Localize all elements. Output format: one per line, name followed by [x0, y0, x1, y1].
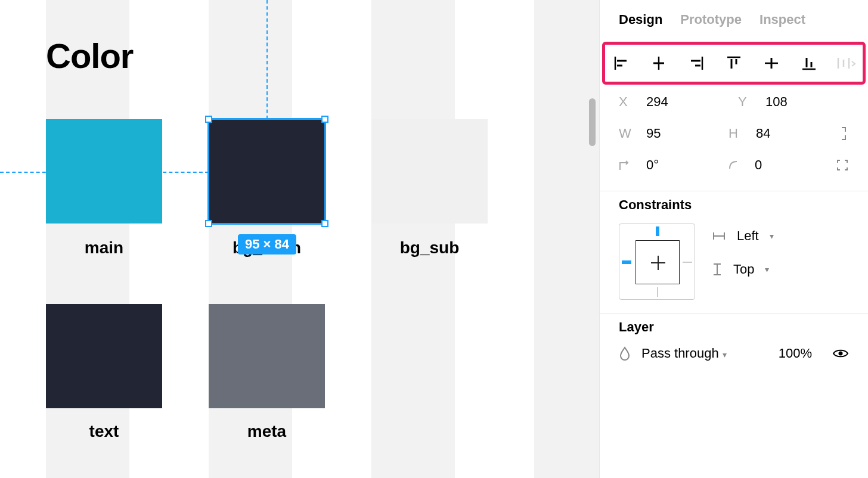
x-value[interactable]: 294 [646, 94, 668, 110]
canvas-area[interactable]: Color main bg_main 95 × 84 bg_sub text m… [0, 0, 599, 478]
alignment-toolbar-highlight [602, 42, 866, 85]
constraint-bottom-mark[interactable] [657, 287, 658, 297]
panel-tabs: Design Prototype Inspect [600, 0, 868, 42]
opacity-value[interactable]: 100% [779, 346, 812, 361]
properties-panel: Design Prototype Inspect X 294 [599, 0, 868, 478]
swatch-label-meta: meta [209, 422, 325, 441]
vertical-scrollbar[interactable] [589, 98, 596, 146]
swatch-main[interactable] [46, 119, 162, 224]
constraint-vertical-value: Top [733, 262, 754, 277]
h-value[interactable]: 84 [756, 126, 770, 141]
independent-corners-icon[interactable] [836, 159, 849, 172]
swatch-label-text: text [46, 422, 162, 441]
selection-handle-sw[interactable] [205, 220, 212, 227]
visibility-toggle-icon[interactable] [832, 347, 849, 359]
w-value[interactable]: 95 [646, 126, 661, 141]
rotation-radius-row: 0° 0 [619, 157, 849, 173]
constraints-widget[interactable] [619, 224, 695, 300]
rotation-icon [619, 159, 636, 171]
constraints-section: Constraints Left ▾ [600, 191, 868, 314]
position-xy-row: X 294 Y 108 [619, 94, 849, 110]
corner-radius-icon [727, 159, 744, 171]
horizontal-pin-icon [712, 231, 726, 241]
y-value[interactable]: 108 [765, 94, 788, 110]
distribute-icon[interactable] [836, 53, 857, 73]
swatch-meta[interactable] [209, 304, 325, 408]
y-label: Y [738, 94, 755, 110]
canvas-title: Color [46, 36, 133, 76]
vertical-pin-icon [712, 262, 723, 277]
swatch-box [209, 119, 325, 224]
align-top-icon[interactable] [724, 53, 744, 73]
chevron-down-icon: ▾ [765, 265, 769, 274]
selection-size-badge: 95 × 84 [238, 234, 296, 254]
radius-value[interactable]: 0 [755, 157, 762, 173]
constraint-vertical-select[interactable]: Top ▾ [712, 262, 774, 277]
position-section: X 294 Y 108 W 95 H 84 [600, 88, 868, 191]
swatch-bg-sub[interactable] [371, 119, 488, 224]
align-center-vertical-icon[interactable] [761, 53, 782, 73]
align-left-icon[interactable] [611, 53, 631, 73]
swatch-bg-main[interactable] [209, 119, 325, 224]
x-label: X [619, 94, 636, 110]
tab-inspect[interactable]: Inspect [760, 12, 805, 27]
align-center-horizontal-icon[interactable] [649, 53, 669, 73]
tab-prototype[interactable]: Prototype [680, 12, 742, 27]
layer-title: Layer [619, 319, 849, 335]
constraint-horizontal-value: Left [737, 228, 759, 244]
w-label: W [619, 126, 636, 141]
constraint-left-mark[interactable] [622, 260, 631, 264]
blend-mode-value: Pass through [641, 346, 719, 361]
chevron-down-icon: ▾ [723, 350, 727, 359]
constraints-title: Constraints [619, 197, 849, 213]
swatch-text[interactable] [46, 304, 162, 408]
blend-mode-icon [619, 346, 631, 361]
guide-vertical [266, 0, 268, 119]
constraint-horizontal-select[interactable]: Left ▾ [712, 228, 774, 244]
align-right-icon[interactable] [686, 53, 706, 73]
selection-handle-nw[interactable] [205, 116, 212, 123]
svg-point-25 [839, 352, 843, 356]
align-bottom-icon[interactable] [799, 53, 819, 73]
swatch-box [371, 119, 488, 224]
rotation-value[interactable]: 0° [646, 157, 659, 173]
constraint-inner-box [636, 240, 680, 284]
selection-handle-se[interactable] [321, 220, 328, 227]
layer-section: Layer Pass through ▾ 100% [600, 314, 868, 374]
constraint-right-mark[interactable] [683, 262, 692, 263]
size-wh-row: W 95 H 84 [619, 125, 849, 142]
selection-handle-ne[interactable] [321, 116, 328, 123]
constrain-proportions-icon[interactable] [838, 125, 849, 142]
swatch-label-main: main [46, 238, 162, 257]
constraint-top-mark[interactable] [656, 226, 659, 236]
blend-mode-select[interactable]: Pass through ▾ [641, 346, 727, 361]
swatch-box [209, 304, 325, 408]
h-label: H [728, 126, 745, 141]
column-guide [534, 0, 599, 478]
swatch-box [46, 119, 162, 224]
chevron-down-icon: ▾ [770, 231, 774, 241]
swatch-label-bg-sub: bg_sub [371, 238, 488, 257]
plus-v [658, 256, 659, 270]
swatch-box [46, 304, 162, 408]
tab-design[interactable]: Design [619, 12, 662, 27]
